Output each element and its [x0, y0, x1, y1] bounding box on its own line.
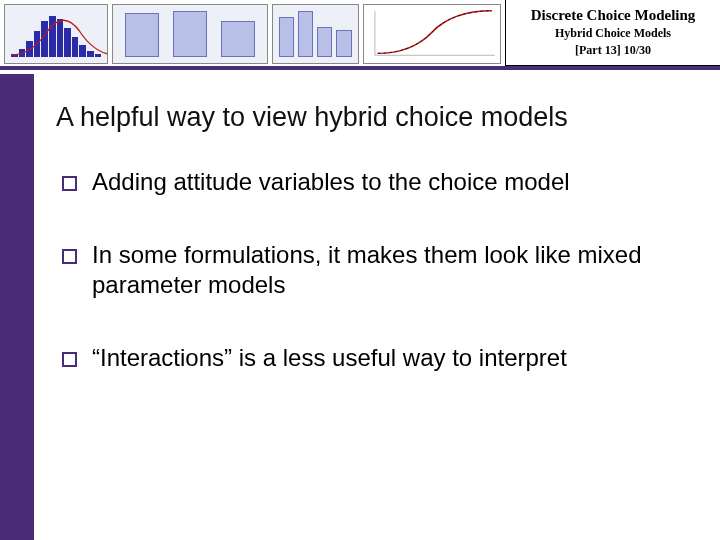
part-indicator: [Part 13] 10/30 — [575, 43, 651, 58]
bullet-item: Adding attitude variables to the choice … — [62, 167, 690, 198]
course-title: Discrete Choice Modeling — [531, 7, 696, 24]
title-block: Discrete Choice Modeling Hybrid Choice M… — [505, 0, 720, 66]
thumbnail-bars-narrow — [272, 4, 359, 64]
slide-content: A helpful way to view hybrid choice mode… — [34, 74, 720, 540]
slide-title: A helpful way to view hybrid choice mode… — [56, 102, 690, 133]
thumbnail-scurve — [363, 4, 501, 64]
thumbnail-bars-wide — [112, 4, 267, 64]
bullet-list: Adding attitude variables to the choice … — [52, 167, 690, 374]
bullet-item: In some formulations, it makes them look… — [62, 240, 690, 301]
bullet-item: “Interactions” is a less useful way to i… — [62, 343, 690, 374]
chart-thumbnails — [0, 0, 505, 66]
thumbnail-histogram — [4, 4, 108, 64]
course-subtitle: Hybrid Choice Models — [555, 26, 671, 41]
header-band: Discrete Choice Modeling Hybrid Choice M… — [0, 0, 720, 70]
side-accent-strip — [0, 74, 34, 540]
